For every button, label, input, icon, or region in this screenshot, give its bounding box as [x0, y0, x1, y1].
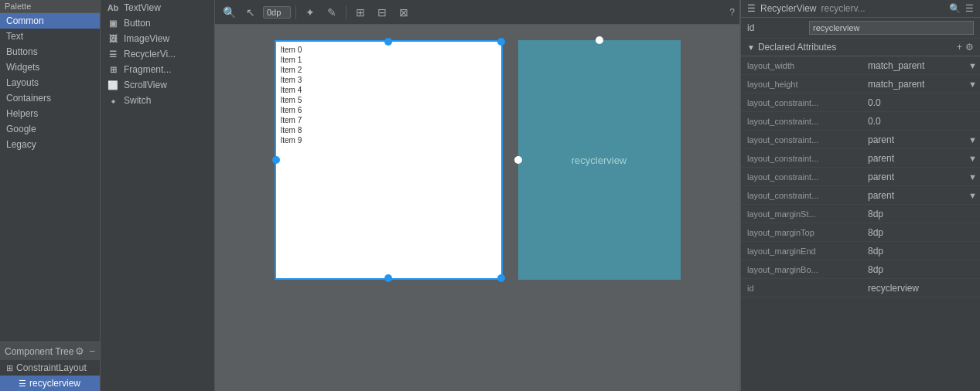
palette-item-helpers[interactable]: Helpers [0, 106, 100, 121]
palette-section: Palette CommonTextButtonsWidgetsLayoutsC… [0, 0, 100, 171]
handle-bottom-right[interactable] [497, 274, 505, 282]
comp-item-switch[interactable]: ⬥Switch [101, 93, 214, 108]
attr-dropdown-6[interactable]: ▼ [968, 172, 977, 182]
comp-icon-fragment: ⊞ [107, 65, 119, 74]
collapse-icon[interactable]: ▼ [747, 43, 755, 52]
comp-label-textview: TextView [124, 2, 161, 13]
tree-item-recyclerview[interactable]: ☰recyclerview [0, 376, 100, 391]
component-tree-icons: ⚙ − [75, 345, 95, 357]
palette-item-layouts[interactable]: Layouts [0, 75, 100, 90]
comp-label-fragment: Fragment... [124, 64, 171, 75]
attr-value-text-1: match_parent [868, 79, 924, 90]
attr-row-0: layout_width match_parent ▼ [741, 56, 980, 75]
palette-components: AbTextView▣Button🖼ImageView☰RecyclerVi..… [101, 0, 215, 391]
palette-item-google[interactable]: Google [0, 121, 100, 137]
attr-value-2[interactable]: 0.0 [865, 95, 980, 110]
teal-handle-top[interactable] [596, 36, 603, 44]
attr-row-11: layout_marginBo... 8dp [741, 260, 980, 279]
filter-icon[interactable]: ☰ [965, 3, 974, 14]
palette-item-containers[interactable]: Containers [0, 90, 100, 106]
palette-item-widgets[interactable]: Widgets [0, 60, 100, 75]
search-icon[interactable]: 🔍 [949, 3, 961, 14]
comp-item-recyclerview[interactable]: ☰RecyclerVi... [101, 46, 214, 62]
attr-value-4[interactable]: parent ▼ [865, 132, 980, 148]
attr-value-11[interactable]: 8dp [865, 262, 980, 277]
palette-item-common[interactable]: Common [0, 13, 100, 29]
comp-item-fragment[interactable]: ⊞Fragment... [101, 62, 214, 77]
attr-value-text-6: parent [868, 172, 894, 182]
minus-icon[interactable]: − [89, 345, 95, 357]
canvas-area: Item 0Item 1Item 2Item 3Item 4Item 5Item… [215, 25, 739, 391]
attr-dropdown-0[interactable]: ▼ [968, 61, 977, 70]
attr-row-6: layout_constraint... parent ▼ [741, 168, 980, 186]
attr-value-0[interactable]: match_parent ▼ [865, 58, 980, 73]
canvas-frames: Item 0Item 1Item 2Item 3Item 4Item 5Item… [275, 40, 681, 280]
component-tree-header: Component Tree ⚙ − [0, 342, 100, 360]
attr-name-7: layout_constraint... [741, 189, 865, 202]
component-tree-label: Component Tree [5, 346, 73, 357]
attr-dropdown-5[interactable]: ▼ [968, 154, 977, 163]
attr-value-6[interactable]: parent ▼ [865, 169, 980, 185]
cursor-btn[interactable]: ↖ [241, 3, 260, 22]
blueprint-item-1: Item 1 [279, 55, 498, 65]
attr-value-text-9: 8dp [868, 227, 883, 238]
attr-name-12: id [741, 281, 865, 295]
zoom-out-btn[interactable]: 🔍 [220, 3, 238, 22]
attr-value-1[interactable]: match_parent ▼ [865, 76, 980, 92]
teal-recycler-label: recyclerview [572, 155, 627, 166]
attr-value-text-7: parent [868, 190, 894, 201]
center-section: AbTextView▣Button🖼ImageView☰RecyclerVi..… [101, 0, 740, 391]
attr-name-3: layout_constraint... [741, 114, 865, 128]
handle-bottom-center[interactable] [384, 274, 392, 282]
settings-attr-icon[interactable]: ⚙ [965, 42, 974, 53]
palette-item-legacy[interactable]: Legacy [0, 137, 100, 152]
attr-row-10: layout_marginEnd 8dp [741, 242, 980, 260]
comp-item-button[interactable]: ▣Button [101, 15, 214, 31]
declared-attributes-header: ▼ Declared Attributes + ⚙ [741, 39, 980, 56]
comp-item-scrollview[interactable]: ⬜ScrollView [101, 77, 214, 93]
attr-row-7: layout_constraint... parent ▼ [741, 186, 980, 205]
attr-value-text-0: match_parent [868, 60, 924, 71]
id-input[interactable] [809, 21, 974, 35]
attr-dropdown-1[interactable]: ▼ [968, 80, 977, 89]
attr-value-9[interactable]: 8dp [865, 225, 980, 240]
palette-item-text[interactable]: Text [0, 29, 100, 44]
attr-name-6: layout_constraint... [741, 170, 865, 184]
comp-item-textview[interactable]: AbTextView [101, 0, 214, 15]
attr-value-10[interactable]: 8dp [865, 243, 980, 259]
handle-left-center[interactable] [272, 156, 280, 164]
divider-2 [346, 5, 347, 19]
gear-icon[interactable]: ⚙ [75, 345, 84, 357]
comp-item-imageview[interactable]: 🖼ImageView [101, 31, 214, 46]
teal-handle-left[interactable] [514, 156, 522, 164]
zoom-input[interactable]: 0dp [263, 6, 291, 19]
tree-item-constraintlayout[interactable]: ⊞ConstraintLayout [0, 360, 100, 376]
comp-icon-recyclerview: ☰ [107, 49, 119, 59]
attr-value-3[interactable]: 0.0 [865, 114, 980, 129]
attr-row-12: id recyclerview [741, 279, 980, 298]
attr-value-12[interactable]: recyclerview [865, 280, 980, 296]
attr-dropdown-7[interactable]: ▼ [968, 191, 977, 200]
comp-icon-scrollview: ⬜ [107, 80, 119, 90]
baseline-btn[interactable]: ⊠ [394, 3, 413, 22]
declared-header-icons: + ⚙ [957, 42, 974, 53]
attr-value-5[interactable]: parent ▼ [865, 151, 980, 166]
handle-top-right[interactable] [497, 38, 505, 46]
palette-categories: CommonTextButtonsWidgetsLayoutsContainer… [0, 13, 100, 152]
attr-value-7[interactable]: parent ▼ [865, 188, 980, 203]
left-panel: Palette CommonTextButtonsWidgetsLayoutsC… [0, 0, 101, 391]
constraint-btn[interactable]: ⊟ [373, 3, 391, 22]
palette-item-buttons[interactable]: Buttons [0, 44, 100, 60]
blueprint-item-0: Item 0 [279, 45, 498, 55]
attr-dropdown-4[interactable]: ▼ [968, 135, 977, 144]
help-icon[interactable]: ? [729, 7, 735, 18]
edit-btn[interactable]: ✎ [323, 3, 341, 22]
attr-header: ☰ RecyclerView recyclerv... 🔍 ☰ [741, 0, 980, 18]
transform-btn[interactable]: ✦ [301, 3, 319, 22]
add-attr-icon[interactable]: + [957, 42, 962, 53]
handle-top-center[interactable] [384, 38, 392, 46]
attr-value-8[interactable]: 8dp [865, 206, 980, 222]
comp-icon-switch: ⬥ [107, 96, 119, 105]
comp-icon-textview: Ab [107, 3, 119, 12]
layout-btn[interactable]: ⊞ [351, 3, 370, 22]
